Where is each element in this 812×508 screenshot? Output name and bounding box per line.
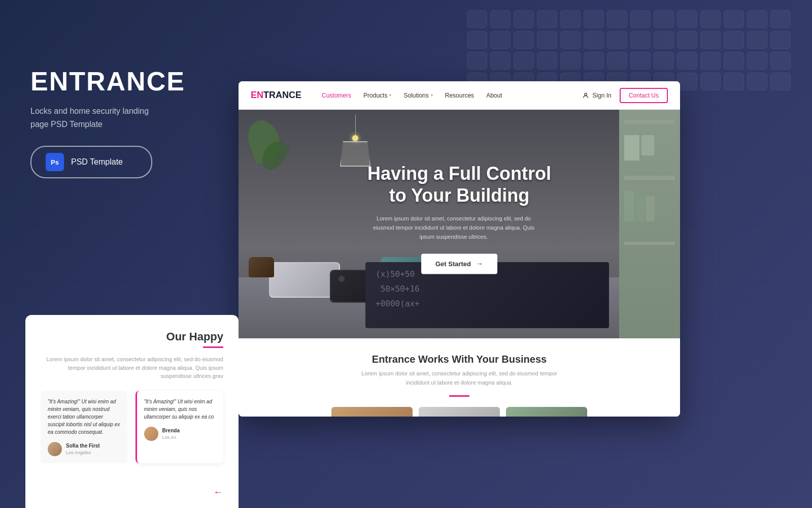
psd-label: PSD Template: [71, 157, 123, 167]
testimonials-row: "It's Amazing!" Ut wisi enim ad minim ve…: [41, 391, 223, 464]
nav-actions: Sign In Contact Us: [582, 88, 668, 103]
shelf-plank-1: [624, 120, 675, 124]
lamp-shade: [340, 141, 370, 167]
preview-image-3: [506, 407, 587, 417]
shelf-book-3: [646, 196, 655, 221]
hero-section: (x)50+50 50×50+16 +0000(ax+ Having a Ful…: [239, 110, 680, 338]
brand-title: ENTRANCE: [30, 66, 223, 97]
svg-point-0: [585, 93, 587, 96]
cta-arrow-icon: →: [476, 260, 483, 268]
testimonial-item-2: "It's Amazing!" Ut wisi enim ad minim ve…: [136, 391, 224, 464]
site-navbar: ENTRANCE Customers Products ▾ Solutions …: [239, 81, 680, 110]
preview-image-1: [331, 407, 413, 417]
logo-en: EN: [251, 90, 263, 100]
psd-template-button[interactable]: Ps PSD Template: [30, 146, 152, 178]
nav-about[interactable]: About: [486, 92, 502, 99]
lamp-wire: [355, 115, 356, 135]
brand-subtitle: Locks and home security landingpage PSD …: [30, 105, 223, 131]
author-avatar-1: [48, 442, 62, 456]
telephone: [249, 257, 274, 277]
nav-solutions[interactable]: Solutions ▾: [403, 92, 432, 99]
author-info-1: Sofia the First Los Angeles: [66, 442, 100, 457]
preview-image-2: [419, 407, 500, 417]
hero-text-block: Having a Full Control to Your Building L…: [367, 163, 551, 274]
below-hero-section: Entrance Works With Your Business Lorem …: [239, 338, 680, 417]
testimonial-text-2: "It's Amazing!" Ut wisi enim ad minim ve…: [144, 398, 217, 421]
ps-icon: Ps: [46, 153, 64, 171]
hero-description: Lorem ipsum dolor sit amet, consectetur …: [367, 215, 540, 242]
site-logo: ENTRANCE: [251, 90, 301, 101]
testimonial-author-2: Brenda Los An: [144, 427, 217, 441]
website-preview: ENTRANCE Customers Products ▾ Solutions …: [239, 81, 680, 417]
pillow-1: [269, 262, 340, 298]
below-hero-title: Entrance Works With Your Business: [259, 354, 660, 365]
author-avatar-image-1: [48, 442, 62, 456]
author-avatar-2: [144, 427, 158, 441]
shelf-decoration: [619, 110, 680, 338]
plant-decoration: [249, 120, 284, 171]
nav-links: Customers Products ▾ Solutions ▾ Resourc…: [322, 92, 582, 99]
testimonial-item-1: "It's Amazing!" Ut wisi enim ad minim ve…: [41, 391, 127, 464]
get-started-button[interactable]: Get Started →: [421, 254, 497, 274]
testimonials-card: Our Happy Lorem ipsum dolor sit amet, co…: [25, 315, 239, 508]
shelf-book-2: [636, 194, 644, 221]
user-icon: [582, 92, 589, 99]
below-hero-description: Lorem ipsum dolor sit amet, consectetur …: [358, 369, 561, 387]
lamp-bulb: [352, 135, 358, 141]
nav-resources[interactable]: Resources: [445, 92, 474, 99]
shelf-box-2: [641, 135, 654, 155]
logo-trance: TRANCE: [263, 90, 301, 100]
author-location-1: Los Angeles: [66, 450, 100, 457]
nav-customers[interactable]: Customers: [322, 92, 351, 99]
testimonials-divider: [203, 346, 223, 348]
solutions-chevron: ▾: [431, 93, 433, 98]
author-name-2: Brenda: [162, 427, 180, 434]
testimonial-author-1: Sofia the First Los Angeles: [48, 442, 120, 457]
shelf-book-1: [624, 191, 634, 221]
shelf-box-1: [624, 135, 639, 161]
signin-link[interactable]: Sign In: [582, 92, 611, 99]
testimonials-nav-arrow[interactable]: ←: [213, 486, 223, 498]
testimonials-title: Our Happy: [41, 330, 223, 343]
left-panel: ENTRANCE Locks and home security landing…: [30, 66, 223, 178]
below-hero-images: [259, 407, 660, 417]
author-info-2: Brenda Los An: [162, 427, 180, 441]
shelf-plank-2: [624, 176, 675, 180]
hero-heading: Having a Full Control to Your Building: [367, 163, 551, 206]
contact-us-button[interactable]: Contact Us: [620, 88, 668, 103]
testimonial-text-1: "It's Amazing!" Ut wisi enim ad minim ve…: [48, 398, 120, 436]
below-hero-divider: [449, 395, 469, 397]
shelf-plank-3: [624, 242, 675, 245]
products-chevron: ▾: [389, 93, 391, 98]
author-location-2: Los An: [162, 434, 180, 441]
author-avatar-image-2: [144, 427, 158, 441]
pillow-spot: [339, 276, 345, 282]
lamp-decoration: [340, 115, 370, 167]
testimonials-description: Lorem ipsum dolor sit amet, consectetur …: [41, 355, 223, 380]
nav-products[interactable]: Products ▾: [363, 92, 391, 99]
author-name-1: Sofia the First: [66, 442, 100, 450]
